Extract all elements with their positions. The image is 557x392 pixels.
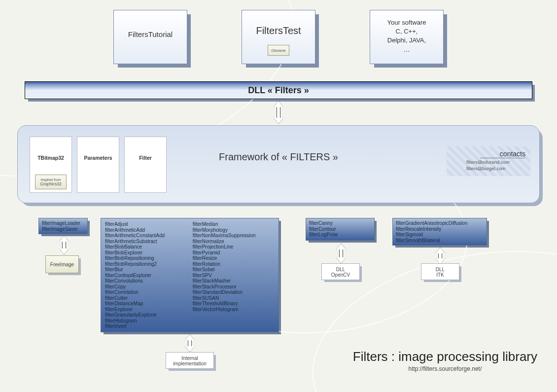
filter-item: filterArithmeticSubstract	[105, 239, 191, 245]
filter-item: filterBlobExplorer	[105, 250, 191, 256]
filter-item: filterMedian	[193, 221, 274, 227]
filter-item: filterCopy	[105, 284, 191, 290]
box-image-loader: filterImageLoader filterImageSaver	[38, 218, 88, 234]
contacts-email-2: filters@burgel.com	[466, 166, 525, 171]
contacts-email-1: filters@edurand.com	[466, 159, 525, 165]
contacts-card: contacts filters@edurand.com filters@bur…	[447, 146, 530, 176]
filter-item: filterBlobBalance	[105, 244, 191, 250]
framework-panel: TBitmap32 Inspired from Graphics32 Param…	[17, 125, 540, 203]
line2: C, C++,	[370, 27, 443, 36]
arrow-filters-internal	[183, 334, 197, 352]
filter-item: filterProjectionLine	[193, 244, 274, 250]
box-canny: filterCanny filterContour filterLogPolar	[306, 218, 375, 241]
filter-item: filterResize	[193, 255, 274, 261]
filter-item: filterMorphology	[193, 227, 274, 233]
filter-item: filterCorrelation	[105, 289, 191, 295]
filter-item: filterVectorHistogram	[193, 307, 274, 313]
contacts-heading: contacts	[480, 150, 525, 158]
filter-item: filterPyramid	[193, 250, 274, 256]
filter-item: filterSobel	[193, 267, 274, 273]
page-title: Filters : image processing library	[353, 349, 537, 364]
filter-item: filterExplorer	[105, 307, 191, 313]
filter-item: filterArithmeticAdd	[105, 227, 191, 233]
line3: Delphi, JAVA,	[370, 36, 443, 45]
filter-item: filterContrastExplorer	[105, 273, 191, 279]
filter-item: filterBlobRepositioning	[105, 255, 191, 261]
box-filter-list: filterAdjustfilterArithmeticAddfilterAri…	[101, 218, 279, 332]
box-filters-test: FiltersTest Glscene	[242, 10, 315, 64]
line1: Your software	[370, 18, 443, 27]
filter-item: filterHistogram	[105, 318, 191, 324]
filter-item: filterBlobRepositioning2	[105, 261, 191, 267]
filter-item: filterSUSAN	[193, 295, 274, 301]
filter-item: filterGranularityExplorer	[105, 312, 191, 318]
filter-item: filterNormalize	[193, 239, 274, 245]
box-internal-impl: Internal implementation	[166, 352, 214, 369]
box-dll-opencv: DLL OpenCV	[321, 263, 360, 280]
dll-filters-bar: DLL « Filters »	[25, 81, 532, 99]
label: FiltersTutorial	[114, 30, 187, 38]
page-url: http://filters.sourceforge.net/	[353, 365, 537, 372]
card-parameters: Parameters	[77, 137, 119, 193]
filter-item: filterSPV	[193, 273, 274, 279]
box-freeimage: FreeImage	[45, 255, 79, 273]
card-tbitmap32: TBitmap32 Inspired from Graphics32	[30, 137, 72, 193]
arrow-canny-opencv	[334, 244, 348, 263]
arrow-loader-freeimage	[57, 236, 71, 254]
filter-item: filterStackProcessor	[193, 284, 274, 290]
filter-item: filterStackMasher	[193, 278, 274, 284]
filter-item: filterNonMaximaSuppression	[193, 233, 274, 239]
filter-item: filterAdjust	[105, 221, 191, 227]
filter-item: filterCutter	[105, 295, 191, 301]
filter-item: filterArithmeticConstantAdd	[105, 233, 191, 239]
chip-glscene: Glscene	[268, 45, 289, 56]
box-filters-tutorial: FiltersTutorial	[113, 10, 187, 64]
dll-bar-label: DLL « Filters »	[25, 82, 532, 99]
filter-item: filterConvolutions	[105, 278, 191, 284]
filter-item: filterDistanceMap	[105, 301, 191, 307]
line4: …	[370, 45, 443, 54]
label: FiltersTest	[242, 25, 315, 36]
box-gradient: filterGradientAnisotropicDiffusion filte…	[392, 218, 487, 246]
filter-item: filterInvert	[105, 323, 191, 329]
filter-item: filterThresholdBinary	[193, 301, 274, 307]
card-filter: Filter	[124, 137, 167, 193]
arrow-dll-framework	[272, 101, 285, 124]
arrow-gradient-itk	[433, 248, 447, 264]
filter-item: filterRotation	[193, 261, 274, 267]
chip-graphics32: Inspired from Graphics32	[35, 175, 67, 189]
page-title-block: Filters : image processing library http:…	[353, 349, 537, 372]
filter-item: filterBlur	[105, 267, 191, 273]
box-your-software: Your software C, C++, Delphi, JAVA, …	[370, 10, 444, 64]
box-dll-itk: DLL ITK	[421, 263, 459, 280]
filter-item: filterStandardDeviation	[193, 289, 274, 295]
